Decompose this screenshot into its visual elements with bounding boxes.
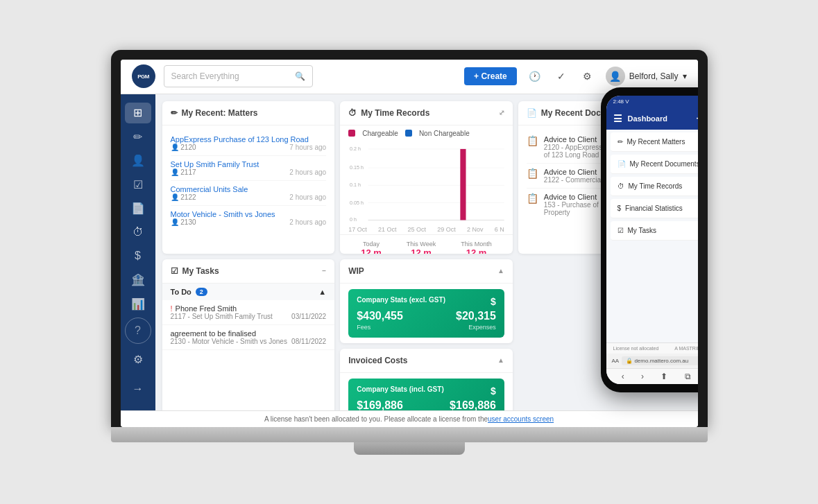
matter-time: 2 hours ago xyxy=(289,193,326,201)
todo-header[interactable]: To Do 2 ▲ xyxy=(162,284,335,300)
matter-item: Commercial Units Sale 👤 2122 2 hours ago xyxy=(171,181,327,206)
phone-time: 2:48 V xyxy=(613,98,629,105)
task-date: 08/11/2022 xyxy=(291,338,326,345)
phone-section-icon: 📄 xyxy=(617,160,626,168)
wip-dollar-icon: $ xyxy=(491,296,496,307)
phone-section-icon: ☑ xyxy=(617,227,624,234)
phone-footer-right: A MASTRIN CREATION xyxy=(674,346,697,351)
matters-list: AppExpress Purchase of 123 Long Road 👤 2… xyxy=(162,125,335,236)
svg-text:0.15 h: 0.15 h xyxy=(350,164,364,171)
phone-section[interactable]: 📄 My Recent Documents ▾ xyxy=(611,155,698,174)
svg-rect-10 xyxy=(461,148,466,220)
sidebar-item-help[interactable]: ? xyxy=(125,318,151,344)
phone-section-label: My Tasks xyxy=(628,227,698,234)
phone-section[interactable]: $ Financial Statistics ▾ xyxy=(611,199,698,218)
phone-nav-title: Dashboard xyxy=(628,114,667,123)
sidebar-item-billing[interactable]: $ xyxy=(125,245,151,266)
phone-section[interactable]: ⏱ My Time Records ⤢ ▾ xyxy=(611,177,698,196)
phone-section[interactable]: ☑ My Tasks − ▾ xyxy=(611,221,698,241)
phone-forward-icon[interactable]: › xyxy=(641,372,644,381)
svg-text:0.1 h: 0.1 h xyxy=(350,182,361,188)
time-chart: 0.2 h 0.15 h 0.1 h 0.05 h 0 h xyxy=(348,141,504,225)
matter-item: Set Up Smith Family Trust 👤 2117 2 hours… xyxy=(171,156,327,181)
sidebar-item-settings[interactable]: ⚙ xyxy=(125,347,151,373)
todo-chevron-icon: ▲ xyxy=(318,288,326,296)
phone-toolbar: ‹ › ⬆ ⧉ 📖 xyxy=(606,368,698,384)
svg-text:0.05 h: 0.05 h xyxy=(350,199,364,205)
sidebar-item-bank[interactable]: 🏦 xyxy=(125,270,151,290)
doc-file-icon: 📋 xyxy=(527,135,538,146)
svg-text:0.2 h: 0.2 h xyxy=(350,145,361,151)
expand-icon[interactable]: ⤢ xyxy=(499,109,504,116)
phone-section-label: My Recent Documents xyxy=(630,160,698,168)
matter-title[interactable]: AppExpress Purchase of 123 Long Road xyxy=(171,135,327,144)
inv-card-title: Company Stats (incl. GST) xyxy=(357,385,444,397)
phone-menu-icon[interactable]: ☰ xyxy=(613,113,622,124)
phone-browser-bar: AA 🔒 demo.mattero.com.au ↻ xyxy=(606,354,698,368)
phone-section[interactable]: ✏ My Recent Matters ▾ xyxy=(611,132,698,152)
status-bar-link[interactable]: user accounts screen xyxy=(488,415,554,423)
task-date: 03/11/2022 xyxy=(291,313,326,320)
user-menu[interactable]: 👤 Belford, Sally ▾ xyxy=(606,67,687,86)
phone-add-icon[interactable]: + xyxy=(696,114,697,123)
phone-share-icon[interactable]: ⬆ xyxy=(661,372,667,381)
matter-id: 👤 2130 xyxy=(171,218,196,226)
search-placeholder: Search Everything xyxy=(171,71,239,81)
wip-fees-amount: $430,455 xyxy=(357,310,403,322)
inv-overdue-amount: $169,886 xyxy=(450,399,496,410)
matter-title[interactable]: Motor Vehicle - Smith vs Jones xyxy=(171,210,327,218)
non-chargeable-legend-dot xyxy=(405,130,412,137)
doc-file-icon: 📋 xyxy=(527,168,538,179)
wip-collapse-icon[interactable]: ▲ xyxy=(497,267,504,275)
inv-dollar-icon: $ xyxy=(491,385,496,397)
task-item: agreement to be finalised 2130 - Motor V… xyxy=(162,325,335,350)
phone-section-label: My Time Records xyxy=(629,182,698,190)
phone-url-input[interactable]: 🔒 demo.mattero.com.au xyxy=(622,356,697,365)
phone-content: ✏ My Recent Matters ▾ 📄 My Recent Docume… xyxy=(606,130,698,342)
phone-overlay: 2:48 V ●●● 📶 🔋 ☰ Dashboard + ✓ 🔍 xyxy=(601,87,698,392)
chart-labels: 17 Oct 21 Oct 25 Oct 29 Oct 2 Nov 6 N xyxy=(340,225,513,234)
inv-collapse-icon[interactable]: ▲ xyxy=(497,356,504,364)
inv-card: Company Stats (incl. GST) $ $169,886 $16… xyxy=(348,379,504,410)
phone-aa-text[interactable]: AA xyxy=(612,358,620,364)
phone-section-icon: ✏ xyxy=(617,138,623,146)
tasks-icon: ☑ xyxy=(171,266,178,276)
sidebar-item-contacts[interactable]: 👤 xyxy=(125,150,151,171)
matters-icon: ✏ xyxy=(171,108,178,118)
matter-item: AppExpress Purchase of 123 Long Road 👤 2… xyxy=(171,131,327,156)
wip-card: Company Stats (excl. GST) $ $430,455 $20… xyxy=(348,289,504,338)
recent-matters-panel: ✏ My Recent: Matters AppExpress Purchase… xyxy=(162,101,335,254)
phone-tabs-icon[interactable]: ⧉ xyxy=(685,372,691,381)
check-icon[interactable]: ✓ xyxy=(552,67,571,86)
sidebar-item-time[interactable]: ⏱ xyxy=(125,222,151,243)
phone-back-icon[interactable]: ‹ xyxy=(622,372,624,381)
phone-footer: License not allocated A MASTRIN CREATION xyxy=(606,342,698,354)
phone-section-label: My Recent Matters xyxy=(627,138,698,146)
tasks-collapse-icon[interactable]: − xyxy=(322,267,326,275)
sidebar-item-reports[interactable]: 📊 xyxy=(125,293,151,314)
history-icon[interactable]: 🕐 xyxy=(525,67,545,86)
task-title-text: Phone Fred Smith xyxy=(176,304,237,313)
task-item: ! Phone Fred Smith 2117 - Set Up Smith F… xyxy=(162,300,335,325)
matter-title[interactable]: Set Up Smith Family Trust xyxy=(171,160,327,168)
matter-title[interactable]: Commercial Units Sale xyxy=(171,185,327,193)
invoiced-costs-panel: Invoiced Costs ▲ Company Stats (incl. GS… xyxy=(340,349,513,410)
sidebar-item-documents[interactable]: 📄 xyxy=(125,198,151,218)
sidebar-item-matters[interactable]: ✏ xyxy=(125,126,151,147)
sidebar-item-forward[interactable]: → xyxy=(125,376,151,402)
wip-card-title: Company Stats (excl. GST) xyxy=(357,296,445,307)
docs-icon: 📄 xyxy=(527,108,537,118)
chart-legend: Chargeable Non Chargeable xyxy=(340,125,513,141)
phone-screen: 2:48 V ●●● 📶 🔋 ☰ Dashboard + ✓ 🔍 xyxy=(606,96,698,384)
sidebar-item-dashboard[interactable]: ⊞ xyxy=(125,103,151,123)
matter-time: 2 hours ago xyxy=(289,218,326,226)
doc-file-icon: 📋 xyxy=(527,193,538,204)
wip-title: WIP xyxy=(348,266,364,276)
phone-section-icon: ⏱ xyxy=(617,182,624,190)
phone-status-bar: 2:48 V ●●● 📶 🔋 xyxy=(606,96,698,107)
search-bar[interactable]: Search Everything 🔍 xyxy=(164,65,314,87)
settings-icon[interactable]: ⚙ xyxy=(578,67,597,86)
app-logo: PGM xyxy=(132,64,155,88)
create-button[interactable]: + Create xyxy=(464,67,517,85)
sidebar-item-tasks[interactable]: ☑ xyxy=(125,174,151,195)
